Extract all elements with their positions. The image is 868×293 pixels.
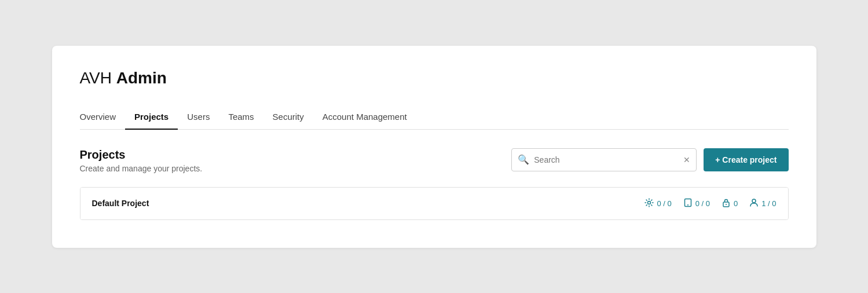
tab-teams[interactable]: Teams [219,106,263,130]
tablet-icon [683,198,693,209]
stat-members-value: 1 / 0 [761,199,776,208]
tab-security[interactable]: Security [263,106,313,130]
section-actions: 🔍 ✕ + Create project [511,148,788,171]
tab-account-management[interactable]: Account Management [313,106,416,130]
app-title: AVH Admin [80,69,789,87]
stat-members: 1 / 0 [749,198,776,209]
section-title-group: Projects Create and manage your projects… [80,148,203,173]
app-title-prefix: AVH [80,69,116,87]
lock-icon [721,198,731,209]
stat-flags-value: 0 / 0 [695,199,710,208]
tab-overview[interactable]: Overview [80,106,126,130]
tab-projects[interactable]: Projects [125,106,178,130]
table-row: Default Project 0 / 0 [80,188,788,219]
svg-point-4 [726,204,727,205]
stat-flags: 0 / 0 [683,198,710,209]
search-input[interactable] [534,155,683,164]
stat-environments: 0 / 0 [644,198,671,209]
search-icon: 🔍 [518,154,529,165]
search-box[interactable]: 🔍 ✕ [511,148,697,171]
clear-icon[interactable]: ✕ [683,155,690,164]
svg-point-0 [648,201,651,204]
tab-users[interactable]: Users [178,106,219,130]
section-title: Projects [80,148,203,162]
stat-keys-value: 0 [734,199,738,208]
section-header: Projects Create and manage your projects… [80,148,789,173]
project-name: Default Project [92,199,149,208]
main-card: AVH Admin Overview Projects Users Teams … [52,46,816,248]
create-project-button[interactable]: + Create project [704,148,788,171]
section-subtitle: Create and manage your projects. [80,164,203,173]
stat-environments-value: 0 / 0 [657,199,671,208]
project-stats: 0 / 0 0 / 0 [644,198,776,209]
svg-point-5 [752,199,756,203]
app-title-bold: Admin [116,69,167,87]
nav-tabs: Overview Projects Users Teams Security A… [80,106,789,130]
user-icon [749,198,759,209]
stat-keys: 0 [721,198,738,209]
project-list: Default Project 0 / 0 [80,187,789,220]
gear-icon [644,198,654,209]
